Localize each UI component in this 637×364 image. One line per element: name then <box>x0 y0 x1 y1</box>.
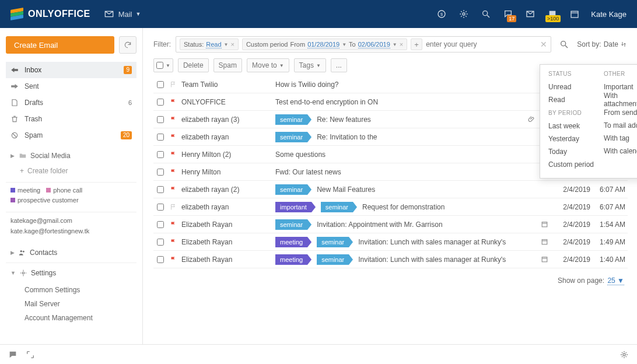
create-email-button[interactable]: Create Email <box>6 36 114 54</box>
mail-row[interactable]: Elizabeth Rayan meetingseminarInvitation… <box>153 233 628 251</box>
attachment-icon <box>528 116 536 123</box>
row-checkbox[interactable] <box>157 221 164 228</box>
settings-item[interactable]: Account Management <box>24 311 136 325</box>
mail-subject: Some questions <box>275 150 525 159</box>
tag-seminar: seminar <box>321 202 353 212</box>
mail-from: elizabeth rayan (3) <box>179 116 275 124</box>
move-to-button[interactable]: Move to▼ <box>247 58 289 72</box>
dropdown-option[interactable]: Unread <box>548 80 598 93</box>
mail-subject: meetingseminarInvitation: Lunch with sal… <box>275 254 525 265</box>
chat-icon[interactable] <box>8 350 18 359</box>
row-checkbox[interactable] <box>157 151 164 158</box>
mail-from: Henry Milton (2) <box>179 150 275 159</box>
dropdown-option[interactable]: With attachments <box>604 93 637 106</box>
flag-on-icon[interactable] <box>170 116 177 123</box>
flag-off-icon[interactable] <box>170 81 177 88</box>
dropdown-option[interactable]: Read <box>548 93 598 106</box>
nav-drafts[interactable]: Drafts6 <box>6 94 136 111</box>
delete-button[interactable]: Delete <box>178 58 209 72</box>
more-button[interactable]: ... <box>331 58 347 72</box>
flag-on-icon[interactable] <box>170 239 177 246</box>
dropdown-option[interactable]: With calendar <box>604 145 637 158</box>
mail-from: Elizabeth Rayan <box>179 220 275 229</box>
tag-chip[interactable]: meeting <box>10 187 40 194</box>
search-icon[interactable] <box>481 9 491 19</box>
dropdown-option[interactable]: Yesterday <box>548 132 598 145</box>
select-all-checkbox[interactable]: ▼ <box>153 58 173 72</box>
row-checkbox[interactable] <box>157 204 164 211</box>
mail-row[interactable]: Elizabeth Rayan seminarInvitation: Appoi… <box>153 216 628 233</box>
talk-icon[interactable]: 17 <box>503 9 513 19</box>
main-panel: Filter: Status:Read▼× Custom periodFrom0… <box>143 28 637 344</box>
spam-button[interactable]: Spam <box>214 58 242 72</box>
row-checkbox[interactable] <box>157 186 164 193</box>
row-checkbox[interactable] <box>157 169 164 176</box>
filter-query-input[interactable] <box>426 40 537 48</box>
tag-chip[interactable]: phone call <box>46 187 82 194</box>
row-checkbox[interactable] <box>157 256 164 263</box>
mail-row[interactable]: elizabeth rayan importantseminarRequest … <box>153 198 628 216</box>
contacts-section[interactable]: ▶Contacts <box>6 243 136 262</box>
account-item[interactable]: katekage@gmail.com <box>10 217 132 224</box>
calendar-top-icon[interactable] <box>570 9 579 19</box>
row-checkbox[interactable] <box>157 134 164 141</box>
svg-point-14 <box>561 41 566 46</box>
dropdown-option[interactable]: From sender <box>604 106 637 119</box>
flag-on-icon[interactable] <box>170 169 177 176</box>
filter-period-pill[interactable]: Custom periodFrom01/28/2019▼To02/06/2019… <box>242 38 407 50</box>
mail-from: elizabeth rayan <box>179 133 275 141</box>
search-button[interactable] <box>556 36 572 52</box>
page-size-selector[interactable]: 25 ▼ <box>607 276 624 285</box>
module-switcher[interactable]: Mail ▼ <box>104 9 141 19</box>
currency-icon[interactable]: $ <box>437 9 446 19</box>
mail-time: 1:40 AM <box>590 256 628 264</box>
mail-time: 6:07 AM <box>590 203 628 211</box>
close-icon[interactable]: × <box>400 41 403 48</box>
tag-meeting: meeting <box>275 254 307 265</box>
row-checkbox[interactable] <box>157 239 164 246</box>
filter-bar: Filter: Status:Read▼× Custom periodFrom0… <box>153 36 628 52</box>
flag-on-icon[interactable] <box>170 99 177 106</box>
dropdown-option[interactable]: To mail address <box>604 119 637 132</box>
dropdown-option[interactable]: Today <box>548 145 598 158</box>
mail-top-icon[interactable] <box>526 9 535 19</box>
clear-filter-icon[interactable]: ✕ <box>540 40 547 49</box>
close-icon[interactable]: × <box>230 41 234 48</box>
account-item[interactable]: kate.kage@fortestingnew.tk <box>10 228 132 235</box>
user-menu[interactable]: Kate Kage <box>591 10 626 19</box>
mail-row[interactable]: Elizabeth Rayan meetingseminarInvitation… <box>153 251 628 268</box>
flag-on-icon[interactable] <box>170 221 177 228</box>
flag-on-icon[interactable] <box>170 151 177 158</box>
mail-row[interactable]: elizabeth rayan (2) seminarNew Mail Feat… <box>153 181 628 198</box>
row-checkbox[interactable] <box>157 116 164 123</box>
tags-section: meetingphone callprospective customer <box>6 182 136 212</box>
row-checkbox[interactable] <box>157 81 164 88</box>
nav-sent[interactable]: Sent <box>6 78 136 94</box>
flag-on-icon[interactable] <box>170 134 177 141</box>
dropdown-option[interactable]: With tag <box>604 132 637 145</box>
flag-off-icon[interactable] <box>170 204 177 211</box>
filter-status-pill[interactable]: Status:Read▼× <box>180 38 239 50</box>
nav-inbox[interactable]: Inbox9 <box>6 62 136 78</box>
settings-item[interactable]: Common Settings <box>24 283 136 297</box>
flag-on-icon[interactable] <box>170 256 177 263</box>
tags-button[interactable]: Tags▼ <box>294 58 326 72</box>
settings-item[interactable]: Mail Server <box>24 297 136 311</box>
add-filter-button[interactable]: + <box>411 38 422 50</box>
flag-on-icon[interactable] <box>170 186 177 193</box>
tag-chip[interactable]: prospective customer <box>10 197 79 204</box>
folder-social-media[interactable]: ▶Social Media <box>6 148 136 163</box>
expand-icon[interactable] <box>26 350 35 359</box>
gear-icon[interactable] <box>459 9 468 19</box>
row-checkbox[interactable] <box>157 99 164 106</box>
nav-spam[interactable]: Spam20 <box>6 127 136 144</box>
dropdown-option[interactable]: Last week <box>548 120 598 132</box>
dropdown-option[interactable]: Custom period <box>548 158 598 171</box>
feed-icon[interactable]: >100 <box>548 9 557 19</box>
nav-trash[interactable]: Trash <box>6 111 136 127</box>
refresh-button[interactable] <box>119 36 136 54</box>
create-folder-button[interactable]: +Create folder <box>6 163 136 178</box>
settings-section[interactable]: ▼Settings <box>6 262 136 283</box>
sort-selector[interactable]: Sort by:Date <box>577 40 628 48</box>
gear-icon[interactable] <box>620 350 629 359</box>
